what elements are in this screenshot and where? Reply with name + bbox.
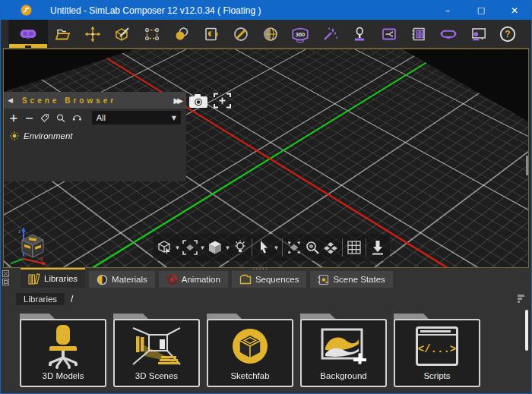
- tag-icon[interactable]: [40, 113, 49, 123]
- shading-mode-caret[interactable]: ▾: [224, 244, 231, 251]
- toolbar-catalog[interactable]: [404, 20, 433, 48]
- minimize-button[interactable]: –: [431, 1, 464, 20]
- toolbar-no-render[interactable]: [226, 20, 255, 48]
- move-tool-icon: [84, 25, 102, 43]
- sphere-icon: [97, 274, 108, 285]
- tab-scene-states[interactable]: Scene States: [310, 271, 392, 288]
- scene-browser-title: Scene Browser: [22, 96, 116, 105]
- select-cursor-button[interactable]: [255, 236, 273, 259]
- tab-animation[interactable]: Animation: [159, 271, 228, 288]
- zoom-selection-icon: [287, 240, 302, 255]
- import-drop-button[interactable]: [369, 236, 387, 259]
- scene-browser-toolbar: + − All ▼: [4, 109, 186, 127]
- orient-cube-button[interactable]: [156, 236, 174, 259]
- add-button[interactable]: +: [9, 112, 18, 123]
- fit-selection-button[interactable]: [181, 236, 199, 259]
- titlebar[interactable]: Untitled - SimLab Composer 12 v12.0.34 (…: [1, 1, 531, 20]
- render-spheres-icon: [173, 25, 191, 43]
- viewport-right-handle[interactable]: [526, 156, 528, 175]
- breadcrumb-separator: /: [71, 294, 73, 304]
- camera-icon[interactable]: [188, 93, 208, 109]
- simlab-logo-icon: [21, 5, 32, 16]
- toolbar-separator: [282, 238, 283, 257]
- viewcube-widget[interactable]: z x: [8, 225, 49, 266]
- scene-browser-panel: ◀ Scene Browser ▶▶ + −: [4, 92, 186, 181]
- select-cursor-icon: [257, 240, 271, 255]
- fit-selection-caret[interactable]: ▾: [199, 244, 206, 251]
- orient-cube-caret[interactable]: ▾: [174, 244, 181, 251]
- item-label: Environment: [24, 131, 73, 140]
- breadcrumb: Libraries /: [16, 293, 73, 305]
- toolbar-material-library[interactable]: [196, 20, 226, 48]
- card-3d-models[interactable]: 3D Models: [20, 319, 106, 387]
- toolbar-vr-workbench[interactable]: [8, 20, 48, 48]
- card-sketchfab[interactable]: Sketchfab: [207, 319, 293, 387]
- help-label: ?: [505, 29, 510, 39]
- viewport-3d-canvas[interactable]: ◀ Scene Browser ▶▶ + −: [3, 48, 529, 268]
- toolbar-help[interactable]: ?: [492, 20, 522, 48]
- toolbar-vr-viewer[interactable]: [433, 20, 463, 48]
- shading-mode-button[interactable]: [206, 236, 224, 259]
- frame-add-icon[interactable]: [214, 93, 231, 109]
- panel-options-icon[interactable]: [516, 294, 526, 303]
- vertical-scrollbar[interactable]: [525, 310, 528, 351]
- toolbar-render[interactable]: [166, 20, 196, 48]
- sun-icon: [10, 131, 19, 140]
- training-builder-icon: [380, 25, 398, 43]
- vr-glasses-icon: [439, 24, 458, 44]
- tab-libraries[interactable]: Libraries: [21, 268, 85, 288]
- tab-label: Animation: [182, 275, 220, 284]
- toolbar-move-tool[interactable]: [78, 20, 107, 48]
- toolbar-panorama-360[interactable]: 360: [285, 20, 315, 48]
- scene-browser-list: Environment: [4, 127, 186, 181]
- catalog-book-icon: [410, 25, 428, 43]
- app-window: Untitled - SimLab Composer 12 v12.0.34 (…: [0, 0, 532, 394]
- vr-hand-icon: [350, 25, 369, 43]
- toolbar-select-marquee[interactable]: [137, 20, 166, 48]
- close-panel-icon[interactable]: [2, 270, 9, 277]
- viewcube-x-label: x: [40, 256, 43, 261]
- maximize-button[interactable]: □: [464, 1, 498, 20]
- list-item-environment[interactable]: Environment: [4, 127, 186, 140]
- toolbar-training-builder[interactable]: [374, 20, 404, 48]
- toolbar-open-file[interactable]: [48, 20, 78, 48]
- import-arrow-icon: [371, 240, 385, 255]
- state-box-icon: [318, 274, 329, 285]
- card-background[interactable]: Background: [300, 319, 387, 387]
- toolbar-geo-location[interactable]: [255, 20, 285, 48]
- toolbar-vr-interaction[interactable]: [344, 20, 374, 48]
- link-icon[interactable]: [72, 113, 82, 122]
- filter-dropdown[interactable]: All ▼: [92, 111, 181, 125]
- card-scripts[interactable]: </...> Scripts: [394, 319, 480, 387]
- tab-materials[interactable]: Materials: [89, 271, 155, 288]
- card-3d-scenes[interactable]: 3D Scenes: [113, 319, 200, 387]
- grid-snap-icon: [347, 240, 362, 255]
- collapse-left-icon[interactable]: ◀: [8, 96, 13, 104]
- edit-objects-icon: [113, 25, 131, 43]
- tab-sequences[interactable]: Sequences: [232, 271, 307, 288]
- select-cursor-caret[interactable]: ▾: [273, 244, 280, 251]
- fit-selection-icon: [182, 240, 198, 255]
- library-cards: 3D Models: [20, 319, 480, 387]
- toolbar-automation-wand[interactable]: [315, 20, 344, 48]
- zoom-search-button[interactable]: [303, 236, 321, 259]
- zoom-search-icon: [305, 240, 320, 255]
- card-label: Sketchfab: [230, 371, 269, 386]
- zoom-selection-button[interactable]: [285, 236, 303, 259]
- card-label: Background: [320, 371, 366, 386]
- geo-globe-icon: [261, 25, 280, 43]
- tile-walk-button[interactable]: [321, 236, 340, 259]
- search-icon[interactable]: [56, 113, 65, 123]
- lighting-button[interactable]: [231, 236, 249, 259]
- scene-browser-header: ◀ Scene Browser ▶▶: [4, 92, 186, 109]
- float-panel-icon[interactable]: [2, 279, 9, 285]
- open-file-icon: [54, 25, 72, 43]
- panorama-360-label: 360: [295, 30, 305, 37]
- grid-snap-button[interactable]: [345, 236, 363, 259]
- remove-button[interactable]: −: [25, 112, 34, 123]
- toolbar-edit-objects[interactable]: [107, 20, 137, 48]
- toolbar-showroom[interactable]: [463, 20, 492, 48]
- expand-right-icon[interactable]: ▶▶: [174, 96, 182, 105]
- breadcrumb-root[interactable]: Libraries: [16, 293, 65, 305]
- close-button[interactable]: ✕: [498, 1, 531, 20]
